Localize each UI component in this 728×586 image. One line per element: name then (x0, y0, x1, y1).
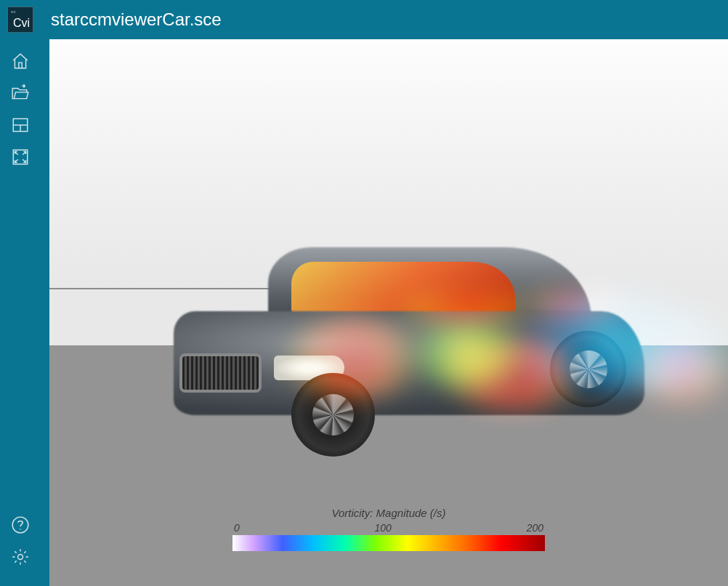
car-windshield (291, 262, 515, 316)
sidebar-top (0, 51, 41, 515)
home-icon[interactable] (10, 51, 31, 71)
legend-min: 0 (234, 522, 240, 534)
body-area: Vorticity: Magnitude (/s) 0 100 200 (0, 39, 728, 586)
car-wheel-front (291, 373, 375, 457)
svg-point-4 (12, 517, 28, 533)
scene-render: Vorticity: Magnitude (/s) 0 100 200 (49, 39, 728, 586)
car-model (115, 217, 703, 465)
legend-labels: 0 100 200 (232, 522, 545, 534)
legend-title: Vorticity: Magnitude (/s) (232, 507, 545, 519)
open-file-icon[interactable] (10, 83, 31, 103)
file-title: starccmviewerCar.sce (51, 9, 222, 30)
legend-colorbar (232, 535, 545, 551)
app-logo-small-text: sc (11, 9, 16, 14)
car-grille (179, 353, 262, 393)
app-logo: sc Cvi (7, 7, 33, 33)
app-header: sc Cvi starccmviewerCar.sce (0, 0, 728, 39)
legend-max: 200 (527, 522, 543, 534)
app-logo-main-text: Cvi (13, 17, 30, 30)
svg-point-6 (18, 555, 23, 560)
viewport-3d[interactable]: Vorticity: Magnitude (/s) 0 100 200 (49, 39, 728, 586)
help-icon[interactable] (10, 515, 31, 535)
sidebar (0, 39, 41, 586)
color-legend: Vorticity: Magnitude (/s) 0 100 200 (232, 507, 545, 551)
layout-panels-icon[interactable] (10, 115, 31, 135)
fullscreen-icon[interactable] (10, 147, 31, 167)
sidebar-bottom (0, 515, 41, 574)
settings-icon[interactable] (10, 547, 31, 567)
svg-point-5 (20, 529, 21, 530)
legend-mid: 100 (375, 522, 392, 534)
